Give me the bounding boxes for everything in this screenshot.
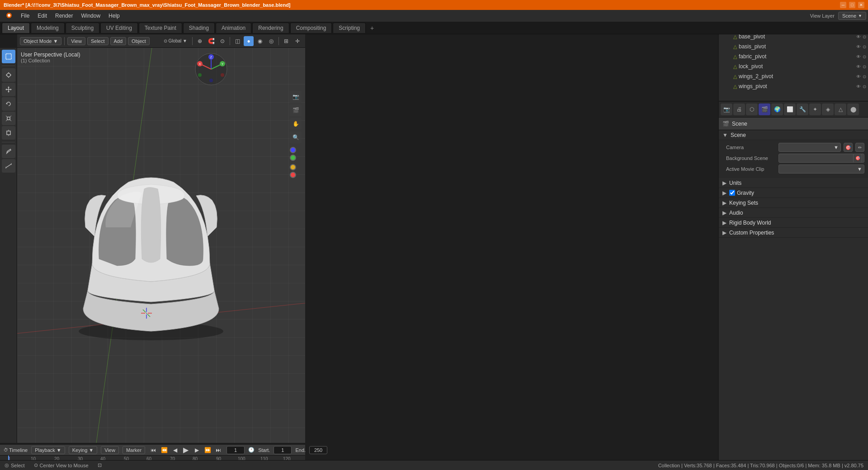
custom-properties-header[interactable]: ▶ Custom Properties — [719, 228, 868, 238]
proportional-edit-btn[interactable]: ⊙ — [217, 36, 227, 46]
props-world-btn[interactable]: 🌍 — [771, 103, 783, 115]
add-menu-btn[interactable]: Add — [110, 37, 127, 45]
rotate-tool[interactable] — [2, 97, 15, 111]
props-particles-btn[interactable]: ✦ — [809, 103, 821, 115]
outliner-item-wings-pivot[interactable]: △ wings_pivot 👁 ⊙ — [731, 81, 868, 91]
jump-to-end-btn[interactable]: ⏭ — [214, 446, 223, 455]
fabric-pivot-vis[interactable]: 👁 — [856, 54, 861, 59]
bg-scene-pick-btn[interactable]: 🎯 — [853, 154, 862, 163]
view-menu-btn[interactable]: View — [67, 37, 85, 45]
tab-sculpting[interactable]: Sculpting — [66, 23, 99, 33]
tab-compositing[interactable]: Compositing — [290, 23, 332, 33]
step-back-btn[interactable]: ◀ — [170, 446, 179, 455]
maximize-button[interactable]: □ — [849, 2, 855, 8]
tab-texture-paint[interactable]: Texture Paint — [139, 23, 182, 33]
view-layer-dropdown[interactable]: Scene▼ — [838, 12, 866, 20]
camera-edit-btn[interactable]: ✏ — [855, 143, 864, 152]
lock-pivot-vis[interactable]: 👁 — [856, 64, 861, 69]
tab-uv-editing[interactable]: UV Editing — [100, 23, 138, 33]
gravity-section-header[interactable]: ▶ Gravity — [719, 188, 868, 198]
view-render-btn[interactable]: 🎬 — [290, 104, 302, 116]
timeline-mode-btn[interactable]: ⏱ Timeline — [4, 447, 28, 453]
gizmo-btn[interactable]: ✛ — [292, 36, 302, 46]
transform-tool[interactable] — [2, 126, 15, 140]
wings-pivot-select[interactable]: ⊙ — [863, 84, 866, 89]
props-modifier-btn[interactable]: 🔧 — [797, 103, 808, 115]
units-section-header[interactable]: ▶ Units — [719, 178, 868, 188]
tab-modeling[interactable]: Modeling — [31, 23, 65, 33]
outliner-item-fabric-pivot[interactable]: △ fabric_pivot 👁 ⊙ — [731, 52, 868, 61]
gravity-checkbox[interactable] — [729, 190, 735, 196]
menu-help[interactable]: Help — [105, 11, 123, 20]
props-render-btn[interactable]: 📷 — [721, 103, 732, 115]
select-menu-btn[interactable]: Select — [87, 37, 108, 45]
basis-pivot-select[interactable]: ⊙ — [863, 44, 866, 49]
wings2-pivot-vis[interactable]: 👁 — [856, 74, 861, 79]
overlay-btn[interactable]: ⊞ — [281, 36, 291, 46]
current-frame-input[interactable] — [226, 446, 245, 454]
start-frame-input[interactable] — [274, 446, 292, 454]
jump-to-start-btn[interactable]: ⏮ — [149, 446, 158, 455]
scale-tool[interactable] — [2, 112, 15, 125]
wings-pivot-vis[interactable]: 👁 — [856, 84, 861, 89]
render-preview-btn[interactable]: ◎ — [266, 36, 276, 46]
global-transform-btn[interactable]: ⊙ Global ▼ — [161, 36, 190, 46]
tab-layout[interactable]: Layout — [2, 23, 30, 33]
minimize-button[interactable]: ─ — [840, 2, 846, 8]
audio-section-header[interactable]: ▶ Audio — [719, 208, 868, 218]
base-pivot-vis[interactable]: 👁 — [856, 34, 861, 39]
annotate-tool[interactable] — [2, 145, 15, 158]
props-object-btn[interactable]: ⬜ — [784, 103, 796, 115]
scene-section-header[interactable]: ▼ Scene — [719, 130, 868, 140]
menu-edit[interactable]: Edit — [34, 11, 51, 20]
add-workspace-button[interactable]: + — [367, 24, 377, 32]
menu-blender[interactable] — [2, 10, 16, 22]
timeline-view-btn[interactable]: View — [101, 446, 119, 454]
object-menu-btn[interactable]: Object — [128, 37, 150, 45]
wings2-pivot-select[interactable]: ⊙ — [863, 74, 866, 79]
props-physics-btn[interactable]: ◈ — [822, 103, 834, 115]
tab-scripting[interactable]: Scripting — [333, 23, 366, 33]
close-button[interactable]: ✕ — [858, 2, 864, 8]
lock-pivot-select[interactable]: ⊙ — [863, 64, 866, 69]
menu-window[interactable]: Window — [77, 11, 104, 20]
end-frame-input[interactable] — [309, 446, 327, 454]
basis-pivot-vis[interactable]: 👁 — [856, 44, 861, 49]
camera-pick-btn[interactable]: 🎯 — [844, 143, 853, 152]
tab-animation[interactable]: Animation — [216, 23, 251, 33]
fabric-pivot-select[interactable]: ⊙ — [863, 54, 866, 59]
rigid-body-world-header[interactable]: ▶ Rigid Body World — [719, 218, 868, 228]
playback-btn[interactable]: Playback ▼ — [31, 446, 65, 454]
snap-btn[interactable]: 🧲 — [206, 36, 216, 46]
camera-dropdown[interactable]: ▼ — [778, 143, 841, 152]
viewport-gizmo[interactable]: Z Y X — [194, 52, 228, 86]
menu-file[interactable]: File — [17, 11, 33, 20]
marker-btn[interactable]: Marker — [123, 446, 145, 454]
props-object-data-btn[interactable]: △ — [835, 103, 846, 115]
props-output-btn[interactable]: 🖨 — [733, 103, 745, 115]
outliner-item-wings2-pivot[interactable]: △ wings_2_pivot 👁 ⊙ — [731, 71, 868, 81]
view-hand-btn[interactable]: ✋ — [290, 118, 302, 130]
material-preview-btn[interactable]: ◉ — [255, 36, 265, 46]
select-box-tool[interactable] — [2, 50, 15, 63]
bg-scene-dropdown[interactable]: 🎯 — [778, 154, 864, 163]
menu-render[interactable]: Render — [52, 11, 76, 20]
play-btn[interactable]: ▶ — [181, 446, 190, 455]
keying-btn[interactable]: Keying ▼ — [69, 446, 98, 454]
tab-rendering[interactable]: Rendering — [252, 23, 289, 33]
outliner-item-lock-pivot[interactable]: △ lock_pivot 👁 ⊙ — [731, 61, 868, 71]
move-tool[interactable] — [2, 83, 15, 96]
solid-view-btn[interactable]: ● — [244, 36, 254, 46]
jump-forward-btn[interactable]: ⏩ — [203, 446, 212, 455]
toggle-xray-btn[interactable]: ◫ — [232, 36, 242, 46]
props-scene-btn[interactable]: 🎬 — [759, 103, 770, 115]
keying-sets-header[interactable]: ▶ Keying Sets — [719, 198, 868, 208]
props-material-btn[interactable]: ⬤ — [847, 103, 859, 115]
props-view-layer-btn[interactable]: ⬡ — [746, 103, 758, 115]
step-forward-btn[interactable]: ▶ — [192, 446, 201, 455]
tab-shading[interactable]: Shading — [183, 23, 215, 33]
pivot-point-btn[interactable]: ⊕ — [195, 36, 205, 46]
view-zoom-btn[interactable]: 🔍 — [290, 132, 302, 143]
view-camera-btn[interactable]: 📷 — [290, 91, 302, 103]
movie-clip-dropdown[interactable]: ▼ — [778, 164, 864, 174]
